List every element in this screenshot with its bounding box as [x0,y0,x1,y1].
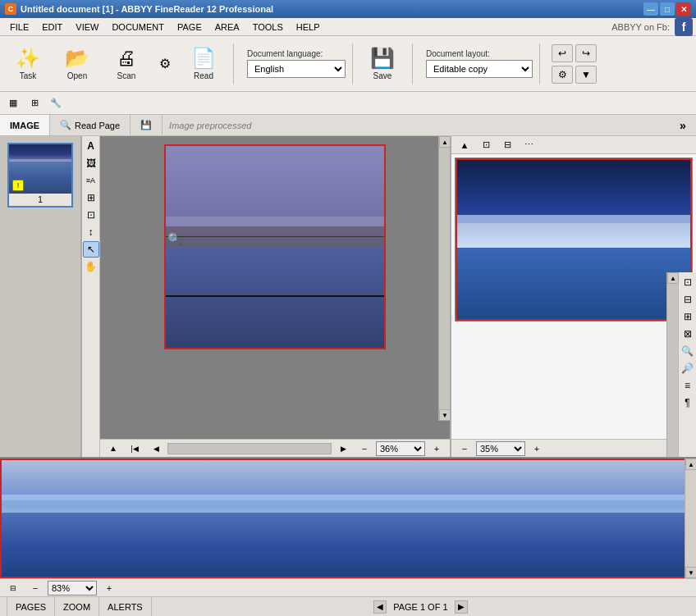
read-button[interactable]: 📄 Read [181,40,227,88]
main-panels: ! 1 A 🖼 ≡A ⊞ ⊡ ↕ ↖ ✋ [0,136,696,457]
doc-language-section: Document language: English [247,49,346,78]
text-scroll-up[interactable]: ▲ [667,272,679,284]
redo-button[interactable]: ↪ [575,44,597,62]
doc-layout-select[interactable]: Editable copy [426,60,533,78]
image-zoom-plus[interactable]: + [427,440,446,458]
app-icon: C [5,3,16,15]
tab-image-label: IMAGE [10,121,39,130]
rt-text-btn[interactable]: ≡ [680,377,696,394]
menu-area[interactable]: AREA [208,18,246,35]
tab-options-button[interactable]: » [673,116,693,135]
tab-save[interactable]: 💾 [130,115,163,135]
task-button[interactable]: ✨ Task [5,40,51,88]
scroll-up-button[interactable]: ▲ [439,136,450,148]
scan-button[interactable]: 🖨 Scan [103,40,149,88]
scroll-down-button[interactable]: ▼ [439,409,450,421]
status-alerts[interactable]: ALERTS [99,597,152,616]
table-tool[interactable]: ⊞ [83,189,99,206]
bottom-zoom-minus[interactable]: − [25,579,45,597]
scroll-track[interactable] [439,148,450,409]
bottom-zoom-plus[interactable]: + [99,579,119,597]
image-collapse-btn[interactable]: ▲ [103,440,123,458]
rt-split-h-btn[interactable]: ⊟ [680,291,696,308]
page-thumbnail-1[interactable]: ! 1 [7,143,73,208]
image-zoom-minus[interactable]: − [355,440,374,458]
tab-read-page[interactable]: 🔍 Read Page [50,115,130,135]
hand-tool[interactable]: ✋ [83,258,99,275]
single-page-view[interactable]: ▦ [3,94,23,112]
rt-zoom-in-btn[interactable]: 🔍 [680,343,696,359]
menu-tools[interactable]: TOOLS [246,18,290,35]
status-zoom[interactable]: ZOOM [55,597,99,616]
menu-edit[interactable]: EDIT [35,18,69,35]
bottom-scroll-up[interactable]: ▲ [685,459,696,470]
minimize-button[interactable]: — [643,2,658,16]
pages-panel: ! 1 [0,136,82,457]
text-panel-split-h[interactable]: ⊟ [497,136,517,154]
open-button[interactable]: 📂 Open [54,40,100,88]
text-panel-options[interactable]: ⋯ [519,136,538,154]
image-zoom-select[interactable]: 36% [376,441,425,456]
text-panel-content [451,154,696,439]
select-tool[interactable]: ⊡ [83,207,99,223]
bottom-scroll-down[interactable]: ▼ [685,567,696,578]
bottom-border [0,459,696,578]
facebook-icon[interactable]: f [675,18,693,36]
undo-redo-row: ↩ ↪ [552,44,597,62]
maximize-button[interactable]: □ [660,2,675,16]
next-page-button[interactable]: ▶ [455,600,468,614]
text-panel-collapse-btn[interactable]: ▲ [455,136,474,154]
right-tools-strip: ⊡ ⊟ ⊞ ⊠ 🔍 🔎 ≡ ¶ [678,272,696,457]
h-scroll-track[interactable] [167,443,332,454]
menu-help[interactable]: HELP [290,18,327,35]
resize-tool[interactable]: ↕ [83,224,99,240]
text-tool[interactable]: A [83,138,99,154]
h-scroll-right[interactable]: ▶ [333,440,353,458]
rt-table-btn[interactable]: ⊠ [680,326,696,342]
rt-select-btn[interactable]: ⊡ [680,274,696,290]
bottom-scroll-track[interactable] [685,470,696,567]
rt-zoom-out-btn[interactable]: 🔎 [680,360,696,376]
save-button[interactable]: 💾 Save [359,40,405,88]
canvas-empty-space [164,349,386,439]
undo-button[interactable]: ↩ [552,44,573,62]
image-canvas: 🔍 ▲ ▼ [100,136,450,439]
cursor-tool[interactable]: ↖ [83,241,99,258]
tools-panel: A 🖼 ≡A ⊞ ⊡ ↕ ↖ ✋ [82,136,100,457]
bottom-scroll-v[interactable]: ▲ ▼ [685,459,696,578]
text-panel-scroll[interactable]: ▲ ▼ [666,272,678,457]
picture-tool[interactable]: 🖼 [83,155,99,171]
text-panel-select-all[interactable]: ⊡ [476,136,496,154]
text-zoom-minus[interactable]: − [455,440,474,458]
h-scroll-left[interactable]: ◀ [146,440,166,458]
multi-page-view[interactable]: ⊞ [25,94,44,112]
prev-page-button[interactable]: ◀ [373,600,387,614]
text-zoom-select[interactable]: 35% [476,441,525,456]
settings-button[interactable]: ⚙ [552,66,573,84]
options-button[interactable]: ⚙ [153,40,177,88]
status-pages[interactable]: PAGES [7,597,55,616]
bottom-zoom-select[interactable]: 83% [48,581,97,595]
h-scroll-left-left[interactable]: |◀ [125,440,144,458]
text-zoom-plus[interactable]: + [527,440,547,458]
tab-image[interactable]: IMAGE [0,115,50,135]
title-text: Untitled document [1] - ABBYY FineReader… [21,4,273,14]
rt-split-v-btn[interactable]: ⊞ [680,308,696,325]
close-button[interactable]: ✕ [676,2,691,16]
abbyy-brand: ABBYY on Fb: f [611,18,693,36]
customize-button[interactable]: ▼ [575,66,597,84]
doc-language-select[interactable]: English [247,60,346,78]
read-page-icon: 🔍 [60,120,71,130]
settings-row: ⚙ ▼ [552,66,597,84]
menu-page[interactable]: PAGE [171,18,208,35]
text-region-tool[interactable]: ≡A [83,172,99,189]
page-options[interactable]: 🔧 [46,94,66,112]
menu-view[interactable]: VIEW [69,18,105,35]
menu-document[interactable]: DOCUMENT [105,18,171,35]
rt-para-btn[interactable]: ¶ [680,395,696,411]
text-scroll-track[interactable] [667,284,678,457]
menu-file[interactable]: FILE [3,18,35,35]
open-label: Open [67,71,87,80]
image-scroll-vertical[interactable]: ▲ ▼ [438,136,450,421]
bottom-collapse-btn[interactable]: ⊟ [3,579,23,597]
